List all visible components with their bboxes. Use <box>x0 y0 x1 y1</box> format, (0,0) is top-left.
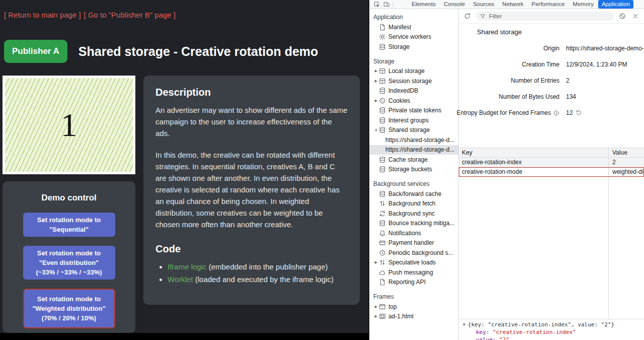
code-link-iframe-logic[interactable]: Iframe logic <box>168 262 207 271</box>
sidebar-item-top[interactable]: ▶top <box>369 302 458 312</box>
return-main-link[interactable]: [ Return to main page ] <box>4 11 81 19</box>
sidebar-item-reporting-api[interactable]: Reporting API <box>369 278 458 288</box>
devtools-tab-elements[interactable]: Elements <box>408 0 439 9</box>
sidebar-item-label: ad-1.html <box>388 313 414 320</box>
document-icon <box>379 24 386 31</box>
devtools-tabbar: ElementsConsoleSourcesNetworkPerformance… <box>369 0 644 9</box>
sidebar-item-label: Background fetch <box>388 200 435 207</box>
sidebar-item-periodic-background-s[interactable]: Periodic background s... <box>369 248 458 258</box>
creative-number: 1 <box>61 108 77 142</box>
sidebar-item-session-storage[interactable]: ▶Session storage <box>369 76 458 86</box>
storage-entry-row[interactable]: creative-rotation-index2 <box>459 158 644 167</box>
sidebar-item-label: https://shared-storage-d... <box>385 146 454 153</box>
devtools-tab-console[interactable]: Console <box>440 0 468 9</box>
filter-box[interactable] <box>476 12 614 21</box>
sidebar-section-title: Background services <box>369 179 458 189</box>
metadata-value-text: 12 <box>566 109 573 116</box>
database-icon <box>379 87 386 94</box>
sync-icon <box>379 210 386 217</box>
shared-storage-panel: Shared storage Originhttps://shared-stor… <box>459 9 644 340</box>
sidebar-item-shared-storage[interactable]: ▼Shared storage <box>369 125 458 135</box>
metadata-row: Originhttps://shared-storage-demo-co <box>459 40 644 56</box>
rotation-mode-button-even-distribution[interactable]: Set rotation mode to"Even distribution"(… <box>23 246 115 280</box>
info-icon[interactable] <box>553 110 559 116</box>
database-icon <box>379 166 386 173</box>
sidebar-item-storage-buckets[interactable]: Storage buckets <box>369 165 458 175</box>
column-header-key[interactable]: Key <box>459 148 609 157</box>
sidebar-item-indexeddb[interactable]: IndexedDB <box>369 86 458 96</box>
preview-key: key: <box>476 329 493 335</box>
document-icon <box>379 279 386 286</box>
devtools-tab-performance[interactable]: Performance <box>528 0 569 9</box>
button-line: (~33% / ~33% / ~33%) <box>26 267 112 277</box>
sidebar-item-back-forward-cache[interactable]: Back/forward cache <box>369 189 458 199</box>
demo-control-title: Demo control <box>11 192 127 203</box>
cloud-icon <box>379 269 386 276</box>
sidebar-item-https-shared-storage-d[interactable]: https://shared-storage-d... <box>369 135 458 145</box>
code-link-worklet[interactable]: Worklet <box>168 275 193 284</box>
publisher-badge: Publisher A <box>4 40 67 63</box>
database-icon <box>379 220 386 227</box>
sidebar-item-label: https://shared-storage-d... <box>385 137 454 144</box>
sidebar-item-local-storage[interactable]: ▶Local storage <box>369 66 458 77</box>
description-panel: Description An advertiser may want to sh… <box>143 76 360 305</box>
sidebar-item-label: IndexedDB <box>388 87 418 94</box>
sidebar-item-label: Notifications <box>388 230 421 237</box>
metadata-label-text: Origin <box>543 45 559 52</box>
inspect-element-icon[interactable] <box>371 1 381 8</box>
sidebar-item-background-fetch[interactable]: Background fetch <box>369 199 458 209</box>
sidebar-item-interest-groups[interactable]: Interest groups <box>369 115 458 125</box>
devtools-tab-sources[interactable]: Sources <box>469 0 498 9</box>
metadata-value-text: 12/9/2024, 1:23:40 PM <box>566 61 627 68</box>
sidebar-section-frames: Frames▶top▶ad-1.html <box>369 292 458 321</box>
metadata-label: Origin <box>459 45 559 52</box>
rotation-mode-button-weighted-distribution[interactable]: Set rotation mode to"Weighted distributi… <box>23 289 115 328</box>
sidebar-item-speculative-loads[interactable]: ▶Speculative loads <box>369 258 458 268</box>
devtools-tab-network[interactable]: Network <box>499 0 527 9</box>
cookie-icon <box>379 97 386 104</box>
top-nav: [ Return to main page ] [ Go to "Publish… <box>4 11 176 19</box>
sidebar-item-service-workers[interactable]: Service workers <box>369 32 458 42</box>
sidebar-section-application: ApplicationManifestService workersStorag… <box>369 13 458 52</box>
device-toolbar-icon[interactable] <box>381 1 391 8</box>
sidebar-item-label: Push messaging <box>388 269 433 276</box>
column-header-value[interactable]: Value <box>609 149 644 156</box>
entry-value: 2 <box>609 159 644 166</box>
sidebar-item-cookies[interactable]: ▶Cookies <box>369 96 458 106</box>
ad-creative: 1 <box>5 78 133 172</box>
sidebar-item-bounce-tracking-mitiga[interactable]: Bounce tracking mitiga... <box>369 219 458 229</box>
metadata-label-text: Entropy Budget for Fenced Frames <box>457 109 551 116</box>
rotation-mode-button-sequential[interactable]: Set rotation mode to"Sequential" <box>23 213 115 237</box>
sidebar-item-label: Storage buckets <box>388 166 432 173</box>
sidebar-item-push-messaging[interactable]: Push messaging <box>369 267 458 278</box>
demo-control-panel: Demo control Set rotation mode to"Sequen… <box>3 181 135 333</box>
sidebar-item-payment-handler[interactable]: Payment handler <box>369 238 458 248</box>
publisher-b-link[interactable]: [ Go to "Publisher B" page ] <box>84 11 176 19</box>
metadata-value: https://shared-storage-demo-co <box>566 45 644 52</box>
reset-icon[interactable] <box>576 110 582 116</box>
devtools-tabs: ElementsConsoleSourcesNetworkPerformance… <box>408 0 633 9</box>
filter-input[interactable] <box>488 13 610 20</box>
devtools-tab-application[interactable]: Application <box>598 0 633 9</box>
refresh-icon[interactable] <box>463 12 472 21</box>
devtools-tab-memory[interactable]: Memory <box>569 0 597 9</box>
preview-summary-text: {key: "creative-rotation-index", value: … <box>468 321 614 328</box>
sidebar-item-https-shared-storage-d[interactable]: https://shared-storage-d... <box>369 145 458 155</box>
sidebar-item-notifications[interactable]: Notifications <box>369 228 458 238</box>
description-paragraph: In this demo, the creative can be rotate… <box>155 149 348 230</box>
frame-icon <box>379 303 386 310</box>
code-heading: Code <box>155 243 348 255</box>
sidebar-item-background-sync[interactable]: Background sync <box>369 209 458 219</box>
sidebar-item-manifest[interactable]: Manifest <box>369 22 458 32</box>
sidebar-section-background-services: Background servicesBack/forward cacheBac… <box>369 179 458 287</box>
delete-selected-icon[interactable] <box>631 12 640 21</box>
expand-triangle-icon[interactable]: ▼ <box>463 321 465 328</box>
delete-all-icon[interactable] <box>618 12 627 21</box>
sidebar-item-cache-storage[interactable]: Cache storage <box>369 155 458 165</box>
metadata-row: Creation Time12/9/2024, 1:23:40 PM <box>459 56 644 73</box>
sidebar-item-private-state-tokens[interactable]: Private state tokens <box>369 106 458 116</box>
sidebar-item-storage[interactable]: Storage <box>369 42 458 52</box>
code-item-text: (embedded into the publisher page) <box>207 262 328 271</box>
sidebar-item-ad-1-html[interactable]: ▶ad-1.html <box>369 312 458 322</box>
storage-entry-row[interactable]: creative-rotation-modeweighted-dist <box>459 167 644 177</box>
